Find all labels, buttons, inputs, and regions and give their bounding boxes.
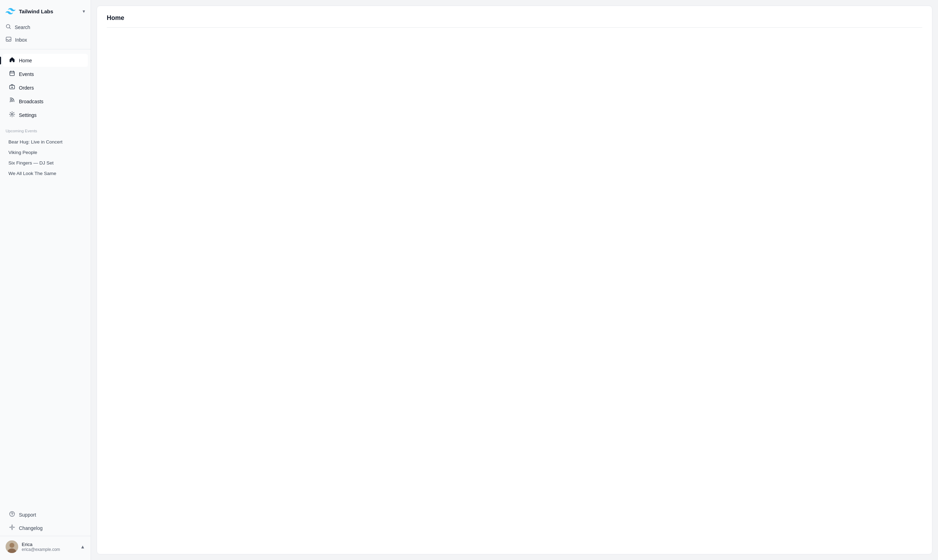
orders-label: Orders [19,85,34,91]
sidebar-item-events[interactable]: Events [3,68,88,80]
svg-point-13 [11,526,13,528]
broadcasts-label: Broadcasts [19,99,43,104]
event-item-six-fingers[interactable]: Six Fingers — DJ Set [3,158,88,168]
main-content: Home [91,0,938,560]
svg-point-10 [11,114,13,115]
inbox-label: Inbox [15,37,27,43]
broadcasts-icon [8,98,15,105]
user-info: Erica erica@example.com [22,542,77,552]
settings-label: Settings [19,112,37,118]
sidebar-divider-top [0,49,91,49]
event-label-six-fingers: Six Fingers — DJ Set [8,160,54,166]
sidebar-item-settings[interactable]: Settings [3,109,88,122]
search-item[interactable]: Search [0,21,91,34]
event-label-we-all-look: We All Look The Same [8,171,56,176]
svg-point-12 [12,515,12,515]
content-panel: Home [97,6,932,554]
svg-point-15 [9,543,14,548]
sidebar: Tailwind Labs ▾ Search Inbox [0,0,91,560]
changelog-label: Changelog [19,525,43,531]
user-section[interactable]: Erica erica@example.com ▲ [0,536,91,557]
orders-icon [8,84,15,91]
changelog-icon [8,524,15,532]
sidebar-nav: Home Events [0,52,91,123]
sidebar-item-orders[interactable]: Orders [3,81,88,94]
svg-rect-3 [10,71,14,75]
user-chevron-icon: ▲ [80,544,85,549]
upcoming-events-section: Upcoming Events [0,123,91,137]
page-title: Home [107,14,922,28]
svg-rect-2 [6,37,11,41]
event-label-bear-hug: Bear Hug: Live in Concert [8,139,63,145]
brand-chevron-icon: ▾ [83,8,85,14]
settings-icon [8,111,15,118]
user-email: erica@example.com [22,547,77,552]
event-item-bear-hug[interactable]: Bear Hug: Live in Concert [3,137,88,147]
user-avatar [6,540,18,553]
event-item-we-all-look[interactable]: We All Look The Same [3,168,88,178]
upcoming-events-title: Upcoming Events [6,129,85,133]
support-label: Support [19,512,36,518]
sidebar-item-home[interactable]: Home [3,54,88,67]
search-label: Search [15,25,30,30]
brand-icon [6,6,15,16]
events-icon [8,70,15,78]
events-label: Events [19,71,34,77]
search-icon [6,24,11,31]
inbox-item[interactable]: Inbox [0,34,91,46]
brand-name: Tailwind Labs [19,8,53,14]
svg-line-1 [9,28,11,29]
brand-left: Tailwind Labs [6,6,53,16]
sidebar-item-support[interactable]: Support [3,508,88,521]
event-label-viking-people: Viking People [8,150,37,155]
brand-header[interactable]: Tailwind Labs ▾ [0,0,91,21]
inbox-icon [6,36,12,43]
home-label: Home [19,58,32,63]
support-icon [8,511,15,518]
sidebar-item-broadcasts[interactable]: Broadcasts [3,95,88,108]
sidebar-item-changelog[interactable]: Changelog [3,522,88,534]
upcoming-events-list: Bear Hug: Live in Concert Viking People … [0,137,91,179]
user-name: Erica [22,542,77,547]
sidebar-bottom: Support Changelog [0,505,91,560]
event-item-viking-people[interactable]: Viking People [3,147,88,157]
home-icon [8,57,15,64]
